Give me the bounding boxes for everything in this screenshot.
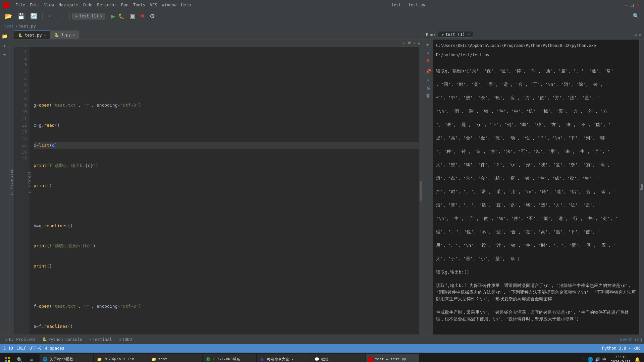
tab-1-py[interactable]: 🐍 1.py ✕ — [50, 31, 79, 39]
code-content[interactable]: g=open('test.txt', 'r', encoding='utf-8'… — [30, 47, 419, 335]
taskbar-app-dns[interactable]: 🐉 7.3-1-DNS域名... — [203, 354, 256, 362]
python-version[interactable]: Python 3.8 - x86 — [602, 346, 641, 351]
problems-icon: ⚠ — [5, 337, 8, 342]
cursor-position[interactable]: 5:10 — [3, 346, 13, 351]
menu-refactor[interactable]: Refactor — [95, 2, 118, 8]
taskbar-app-folder1[interactable]: 📁 2020年Kali Lin... — [94, 354, 148, 362]
menu-tools[interactable]: Tools — [131, 2, 147, 8]
status-right: Python 3.8 - x86 — [602, 346, 641, 351]
bottom-tab-todo[interactable]: ☑ TODO — [115, 337, 136, 343]
open-project-button[interactable]: 📂 — [3, 12, 14, 20]
code-line-2 — [34, 82, 419, 88]
browser-label: 关于open函数... — [50, 357, 80, 362]
sidebar-item-project[interactable]: 📁 — [1, 32, 9, 40]
run-config-selector[interactable]: ▶ test (1) ▾ — [72, 13, 105, 19]
favorites-panel-label[interactable]: 2: Favorites — [9, 169, 14, 195]
run-settings-icon[interactable]: ⚙ — [634, 32, 637, 38]
search-button[interactable]: 🔍 — [631, 11, 641, 20]
folder1-label: 2020年Kali Lin... — [104, 357, 141, 362]
taskbar-app-onenote[interactable]: N 终端命令大全 - ... — [257, 354, 311, 362]
run-button[interactable]: ▶ — [111, 12, 115, 20]
tray-network[interactable]: 🌐 — [588, 357, 593, 362]
system-clock[interactable]: 23:31 2020/9/11 — [608, 355, 633, 362]
bottom-tab-terminal[interactable]: > Terminal — [86, 337, 115, 343]
sidebar-item-structure[interactable]: ≡ — [1, 51, 9, 59]
line-endings[interactable]: CRLF — [16, 346, 26, 351]
run-close-icon[interactable]: ✕ — [639, 32, 641, 38]
stop-button[interactable]: ■ — [139, 12, 146, 20]
bottom-tab-problems[interactable]: ⚠ 6: Problems — [2, 337, 39, 343]
editor-scroll-thumb[interactable] — [420, 181, 422, 201]
task-view-button[interactable]: ⊞ — [25, 354, 38, 362]
onenote-icon: N — [260, 357, 265, 362]
run-tool-rerun[interactable]: ↺ — [424, 49, 432, 56]
tray-volume[interactable]: 🔊 — [595, 357, 600, 362]
code-editor[interactable]: 1 2 3 4 5 6 7 8 9 10 11 12 13 14 15 16 1… — [14, 47, 423, 335]
event-log-label[interactable]: Event Log — [620, 337, 642, 342]
run-tab-test[interactable]: ▶ test (1) ✕ — [438, 32, 473, 38]
minimize-button[interactable]: — — [624, 3, 629, 7]
forward-button[interactable]: → — [57, 12, 67, 20]
tab-test-py[interactable]: 🐍 test.py ✕ — [14, 31, 50, 39]
sidebar-item-favorites[interactable]: ★ — [1, 42, 9, 50]
terminal-icon: > — [89, 337, 91, 342]
tray-ime[interactable]: 中 — [602, 357, 606, 362]
breadcrumb-file[interactable]: test.py — [19, 24, 36, 28]
event-log-link[interactable]: Event Log — [620, 337, 642, 342]
app-menu: File Edit View Navigate Code Refactor Ru… — [13, 2, 193, 8]
coverage-button[interactable]: ▣ — [127, 12, 137, 20]
taskbar-app-browser[interactable]: 🌐 关于open函数... — [40, 354, 93, 362]
bottom-bar: ⚠ 6: Problems 🐍 Python Console > Termina… — [0, 335, 644, 344]
maximize-button[interactable]: ❐ — [630, 3, 635, 7]
menu-file[interactable]: File — [13, 2, 27, 8]
save-button[interactable]: 💾 — [15, 12, 27, 20]
dns-label: 7.3-1-DNS域名... — [213, 357, 247, 362]
sync-button[interactable]: 🔄 — [28, 12, 40, 20]
breadcrumb-project[interactable]: test — [4, 24, 14, 28]
start-button[interactable] — [1, 354, 13, 362]
menu-window[interactable]: Window — [160, 2, 178, 8]
run-edge-label: Run — [639, 40, 644, 335]
run-output[interactable]: C:\Users\DELL\AppData\Local\Programs\Pyt… — [433, 40, 639, 335]
menu-navigate[interactable]: Navigate — [57, 2, 80, 8]
todo-label: TODO — [122, 337, 132, 342]
close-button[interactable]: ✕ — [636, 3, 641, 7]
browser-icon: 🌐 — [42, 357, 48, 362]
menu-code[interactable]: Code — [81, 2, 95, 8]
menu-help[interactable]: Help — [179, 2, 193, 8]
run-tool-stop[interactable]: ■ — [424, 57, 432, 64]
menu-vcs[interactable]: VCS — [148, 2, 159, 8]
run-tool-pin[interactable]: 📌 — [424, 68, 432, 75]
taskbar-app-wechat[interactable]: 💬 微信 — [311, 354, 365, 362]
expand-icon[interactable]: ▲ — [418, 41, 420, 45]
clock-date: 2020/9/11 — [610, 360, 631, 362]
run-tool-delete[interactable]: 🗑 — [424, 92, 432, 99]
taskbar-app-folder2[interactable]: 📁 test — [148, 354, 202, 362]
encoding[interactable]: UTF-8 — [30, 346, 42, 351]
run-tab-close[interactable]: ✕ — [468, 32, 470, 37]
run-edge-text[interactable]: Run — [640, 184, 644, 190]
title-bar-left: File Edit View Navigate Code Refactor Ru… — [3, 2, 193, 8]
run-tool-play[interactable]: ▶ — [424, 41, 432, 48]
taskbar-app-pycharm[interactable]: test – test.py — [366, 354, 419, 362]
bottom-tab-python-console[interactable]: 🐍 Python Console — [39, 337, 86, 343]
tray-arrow[interactable]: ^ — [583, 357, 586, 362]
run-tool-print[interactable]: 🖨 — [424, 84, 432, 91]
svg-rect-2 — [5, 360, 7, 362]
status-left: 5:10 CRLF UTF-8 4 spaces — [3, 346, 64, 351]
back-button[interactable]: ← — [45, 12, 55, 20]
indent[interactable]: 4 spaces — [45, 346, 64, 351]
taskbar-search-button[interactable]: 🔍 — [13, 354, 25, 362]
menu-edit[interactable]: Edit — [28, 2, 42, 8]
tray-notification[interactable]: 🔔 — [635, 357, 640, 362]
settings-button[interactable]: ⚙ — [148, 12, 157, 20]
editor-scrollbar[interactable] — [419, 47, 423, 335]
collapse-icon[interactable]: ▾ — [414, 41, 416, 45]
menu-run[interactable]: Run — [119, 2, 130, 8]
menu-view[interactable]: View — [42, 2, 56, 8]
project-panel-label[interactable]: 1: Project — [27, 171, 32, 193]
run-tool-scroll[interactable]: ⇩ — [424, 76, 432, 83]
tab-close-1-py[interactable]: ✕ — [73, 33, 75, 37]
debug-button[interactable]: 🐛 — [116, 12, 126, 20]
tab-close-test-py[interactable]: ✕ — [44, 33, 46, 38]
